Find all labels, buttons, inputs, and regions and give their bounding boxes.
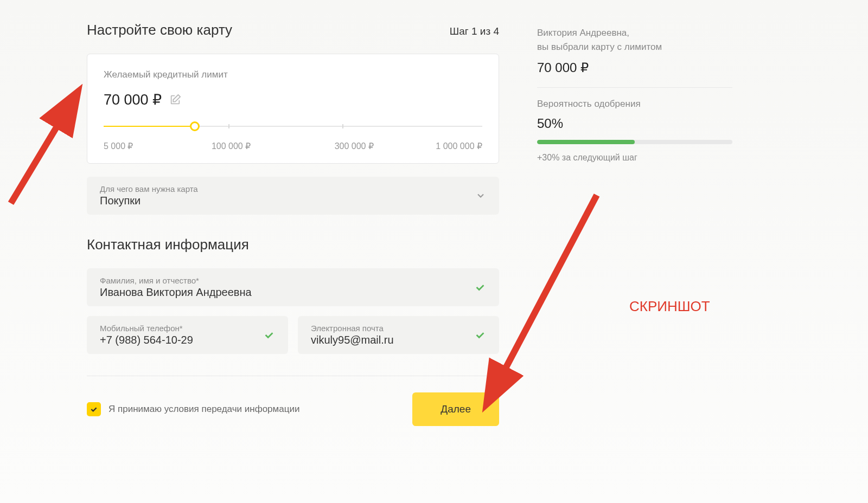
purpose-select[interactable]: Для чего вам нужна карта Покупки xyxy=(87,177,499,215)
phone-value: +7 (988) 564-10-29 xyxy=(100,334,193,346)
summary-name-line2: вы выбрали карту с лимитом xyxy=(537,40,732,54)
summary-amount: 70 000 ₽ xyxy=(537,60,732,75)
slider-handle[interactable] xyxy=(190,121,200,131)
annotation-text: СКРИНШОТ xyxy=(629,298,710,315)
fullname-value: Иванова Виктория Андреевна xyxy=(100,286,252,299)
divider xyxy=(537,87,732,88)
check-icon xyxy=(263,329,275,341)
summary-name-line1: Виктория Андреевна, xyxy=(537,26,732,40)
purpose-value: Покупки xyxy=(100,195,198,207)
fullname-field[interactable]: Фамилия, имя и отчество* Иванова Виктори… xyxy=(87,268,499,306)
approval-value: 50% xyxy=(537,116,732,131)
phone-field[interactable]: Мобильный телефон* +7 (988) 564-10-29 xyxy=(87,316,288,354)
credit-limit-card: Желаемый кредитный лимит 70 000 ₽ 5 00 xyxy=(87,54,499,164)
email-value: vikuly95@mail.ru xyxy=(311,334,394,346)
edit-icon[interactable] xyxy=(169,94,181,106)
check-icon xyxy=(474,281,486,293)
approval-label: Вероятность одобрения xyxy=(537,99,732,109)
approval-hint: +30% за следующий шаг xyxy=(537,153,732,163)
summary-panel: Виктория Андреевна, вы выбрали карту с л… xyxy=(537,22,732,426)
page-title: Настройте свою карту xyxy=(87,22,232,38)
chevron-down-icon xyxy=(475,190,486,201)
step-indicator: Шаг 1 из 4 xyxy=(450,25,499,37)
email-field[interactable]: Электронная почта vikuly95@mail.ru xyxy=(298,316,499,354)
consent-label: Я принимаю условия передачи информации xyxy=(108,404,299,415)
purpose-label: Для чего вам нужна карта xyxy=(100,184,198,194)
approval-progress xyxy=(537,140,732,144)
limit-label: Желаемый кредитный лимит xyxy=(104,69,482,80)
next-button[interactable]: Далее xyxy=(412,392,499,426)
limit-value: 70 000 ₽ xyxy=(104,91,162,108)
divider xyxy=(87,376,499,376)
contact-title: Контактная информация xyxy=(87,236,499,253)
limit-slider[interactable] xyxy=(104,121,482,132)
fullname-label: Фамилия, имя и отчество* xyxy=(100,276,252,285)
consent-checkbox[interactable] xyxy=(87,402,101,416)
slider-ticks: 5 000 ₽ 100 000 ₽ 300 000 ₽ 1 000 000 ₽ xyxy=(104,141,482,151)
check-icon xyxy=(474,329,486,341)
email-label: Электронная почта xyxy=(311,324,394,333)
phone-label: Мобильный телефон* xyxy=(100,324,193,333)
